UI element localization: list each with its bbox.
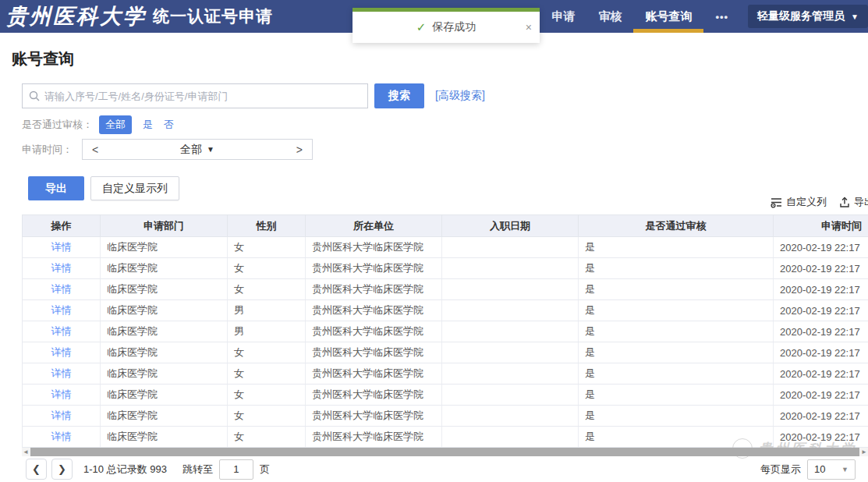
nav-more-button[interactable]: ••• (703, 0, 740, 33)
cell-gender: 女 (228, 363, 306, 385)
table-row: 详情 临床医学院 女 贵州医科大学临床医学院 是 2020-02-19 22:1… (23, 237, 868, 258)
nav-item-review[interactable]: 审核 (586, 0, 633, 33)
nav-item-account-query[interactable]: 账号查询 (633, 0, 703, 33)
user-role-dropdown[interactable]: 轻量级服务管理员 ▼ (748, 5, 868, 28)
cell-approved: 是 (579, 385, 774, 406)
chevron-down-icon: ▼ (207, 145, 214, 154)
per-page-label: 每页显示 (760, 463, 801, 477)
university-logo: 贵州医科大学 统一认证号申请 (0, 0, 273, 33)
prev-page-button[interactable]: ❮ (26, 459, 47, 480)
jump-page-input[interactable] (219, 459, 253, 480)
cell-department: 临床医学院 (101, 279, 228, 300)
cell-hire-date (442, 406, 579, 427)
cell-hire-date (442, 342, 579, 363)
search-input[interactable] (44, 90, 361, 102)
cell-hire-date (442, 427, 579, 448)
cell-approved: 是 (579, 237, 774, 258)
cell-department: 临床医学院 (101, 427, 228, 448)
detail-link[interactable]: 详情 (51, 283, 72, 295)
cell-gender: 女 (228, 385, 306, 406)
cell-hire-date (442, 258, 579, 279)
scroll-right-icon[interactable]: ► (860, 448, 868, 456)
app-window: 贵州医科大学 统一认证号申请 申请 审核 账号查询 ••• 轻量级服务管理员 ▼… (0, 0, 868, 482)
detail-link[interactable]: 详情 (51, 346, 72, 358)
detail-link[interactable]: 详情 (51, 388, 72, 400)
cell-department: 临床医学院 (101, 406, 228, 427)
cell-hire-date (442, 237, 579, 258)
cell-department: 临床医学院 (101, 321, 228, 342)
export-link[interactable]: 导出 (839, 195, 868, 209)
chevron-down-icon: ▼ (841, 466, 849, 473)
cell-approved: 是 (579, 427, 774, 448)
next-page-button[interactable]: ❯ (51, 459, 73, 480)
page-title: 账号查询 (12, 48, 74, 69)
cell-unit: 贵州医科大学临床医学院 (306, 258, 442, 279)
cell-apply-time: 2020-02-19 22:17 (774, 300, 868, 321)
chevron-left-icon: ❮ (32, 463, 41, 475)
col-header-department: 申请部门 (101, 215, 228, 237)
audit-option-all[interactable]: 全部 (99, 115, 132, 134)
main-nav: 申请 审核 账号查询 ••• 轻量级服务管理员 ▼ (540, 0, 868, 33)
cell-apply-time: 2020-02-19 22:17 (774, 342, 868, 363)
cell-unit: 贵州医科大学临床医学院 (306, 385, 442, 406)
audit-option-no[interactable]: 否 (164, 118, 174, 132)
advanced-search-link[interactable]: [高级搜索] (435, 89, 485, 103)
pager-controls: ❮ ❯ (26, 459, 73, 480)
list-settings-icon (771, 197, 782, 208)
time-range-value: 全部 (180, 143, 202, 157)
cell-department: 临床医学院 (101, 342, 228, 363)
chevron-down-icon: ▼ (851, 12, 859, 21)
time-range-picker: < 全部 ▼ > (82, 139, 313, 160)
per-page-select[interactable]: 10 ▼ (807, 459, 856, 480)
cell-apply-time: 2020-02-19 22:17 (774, 258, 868, 279)
time-filter-label: 申请时间： (22, 143, 73, 157)
cell-apply-time: 2020-02-19 22:17 (774, 237, 868, 258)
col-header-unit: 所在单位 (306, 215, 442, 237)
per-page-control: 每页显示 10 ▼ (760, 459, 856, 480)
detail-link[interactable]: 详情 (51, 367, 72, 379)
cell-hire-date (442, 363, 579, 385)
cell-unit: 贵州医科大学临床医学院 (306, 237, 442, 258)
close-icon[interactable]: × (526, 22, 532, 33)
scrollbar-thumb[interactable] (30, 448, 859, 456)
export-link-label: 导出 (854, 195, 868, 209)
detail-link[interactable]: 详情 (51, 409, 72, 421)
detail-link[interactable]: 详情 (51, 431, 72, 442)
cell-gender: 女 (228, 258, 306, 279)
search-row: 搜索 [高级搜索] (22, 83, 485, 108)
export-button[interactable]: 导出 (28, 176, 84, 200)
next-period-icon[interactable]: > (296, 144, 303, 156)
check-icon: ✓ (416, 20, 427, 34)
customize-columns-button[interactable]: 自定义显示列 (90, 176, 179, 200)
cell-approved: 是 (579, 258, 774, 279)
nav-item-apply[interactable]: 申请 (540, 0, 586, 33)
cell-hire-date (442, 279, 579, 300)
cell-apply-time: 2020-02-19 22:17 (774, 427, 868, 448)
time-range-dropdown[interactable]: 全部 ▼ (180, 143, 214, 157)
scroll-left-icon[interactable]: ◄ (22, 448, 30, 456)
table-row: 详情 临床医学院 女 贵州医科大学临床医学院 是 2020-02-19 22:1… (23, 406, 868, 427)
table-row: 详情 临床医学院 女 贵州医科大学临床医学院 是 2020-02-19 22:1… (23, 427, 868, 448)
jump-to-label: 跳转至 (182, 463, 213, 477)
cell-unit: 贵州医科大学临床医学院 (306, 279, 442, 300)
cell-gender: 女 (228, 342, 306, 363)
audit-option-yes[interactable]: 是 (143, 118, 153, 132)
table-row: 详情 临床医学院 女 贵州医科大学临床医学院 是 2020-02-19 22:1… (23, 258, 868, 279)
customize-columns-link[interactable]: 自定义列 (771, 195, 827, 209)
table-row: 详情 临床医学院 女 贵州医科大学临床医学院 是 2020-02-19 22:1… (23, 385, 868, 406)
app-title: 统一认证号申请 (153, 5, 273, 27)
detail-link[interactable]: 详情 (51, 325, 72, 337)
search-button[interactable]: 搜索 (374, 83, 424, 108)
detail-link[interactable]: 详情 (51, 304, 72, 316)
horizontal-scrollbar[interactable]: ◄ ► (22, 448, 868, 456)
detail-link[interactable]: 详情 (51, 262, 72, 274)
cell-approved: 是 (579, 363, 774, 385)
prev-period-icon[interactable]: < (92, 144, 98, 156)
col-header-approved: 是否通过审核 (579, 215, 774, 237)
customize-columns-link-label: 自定义列 (786, 195, 827, 209)
cell-unit: 贵州医科大学临床医学院 (306, 300, 442, 321)
table-row: 详情 临床医学院 女 贵州医科大学临床医学院 是 2020-02-19 22:1… (23, 342, 868, 363)
cell-gender: 女 (228, 406, 306, 427)
detail-link[interactable]: 详情 (51, 241, 72, 253)
cell-unit: 贵州医科大学临床医学院 (306, 427, 442, 448)
